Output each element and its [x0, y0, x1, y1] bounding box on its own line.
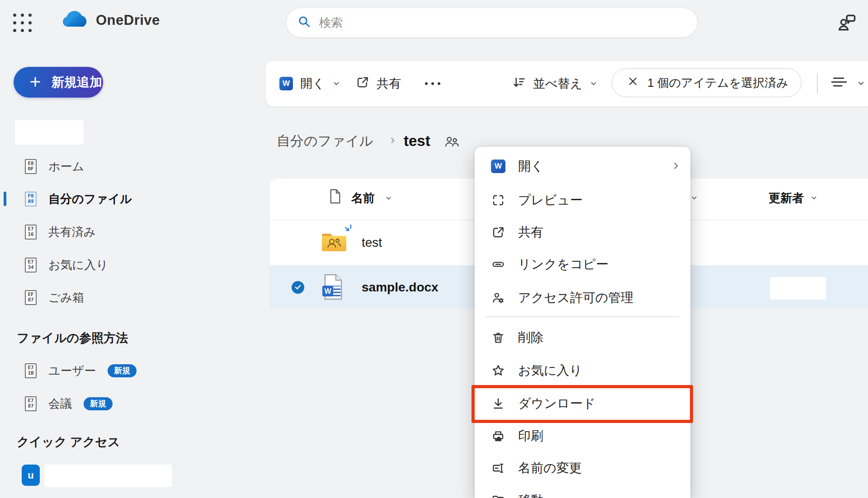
selection-count-label: 1 個のアイテムを選択済み	[647, 75, 788, 91]
menu-item-manage-access[interactable]: アクセス許可の管理	[475, 282, 690, 314]
star-icon	[491, 363, 505, 378]
menu-item-rename[interactable]: 名前の変更	[475, 452, 690, 484]
redacted-site-name	[44, 465, 172, 487]
shared-icon: E716	[25, 225, 37, 240]
move-folder-icon	[491, 493, 505, 498]
redacted-account-name	[15, 120, 84, 145]
menu-item-preview[interactable]: プレビュー	[475, 184, 690, 216]
plus-icon	[29, 75, 42, 89]
breadcrumb-chevron-icon	[389, 137, 396, 146]
menu-divider	[486, 316, 679, 317]
word-icon: W	[491, 160, 505, 173]
chevron-down-icon	[385, 191, 392, 205]
shared-folder-icon	[321, 232, 347, 254]
check-icon	[294, 283, 302, 292]
menu-item-print[interactable]: 印刷	[475, 420, 690, 452]
new-badge: 新規	[84, 397, 113, 410]
manage-access-icon	[491, 291, 505, 305]
sidebar-item-shared[interactable]: E716 共有済み	[25, 223, 96, 241]
onedrive-cloud-icon	[61, 10, 90, 31]
search-icon	[297, 15, 311, 30]
ellipsis-icon	[425, 82, 440, 85]
share-icon	[491, 225, 505, 240]
document-outline-icon	[329, 189, 341, 207]
sort-icon	[512, 75, 526, 92]
trash-icon	[491, 330, 505, 345]
link-icon	[491, 257, 505, 272]
add-new-button[interactable]: 新規追加	[14, 67, 103, 98]
recycle-bin-icon: EF87	[25, 290, 37, 305]
clear-selection-pill[interactable]: 1 個のアイテムを選択済み	[612, 68, 802, 97]
app-title: OneDrive	[96, 12, 160, 28]
more-commands-button[interactable]	[425, 61, 440, 106]
word-icon: W	[279, 77, 293, 90]
breadcrumb-my-files[interactable]: 自分のファイル	[277, 132, 373, 150]
sidebar-item-meetings[interactable]: E787 会議 新規	[25, 395, 113, 413]
search-bar	[286, 8, 698, 38]
context-menu: W 開く プレビュー 共有	[475, 147, 690, 498]
command-bar: W 開く 共有 並べ替	[266, 61, 868, 106]
chevron-down-icon	[590, 77, 598, 91]
feedback-button[interactable]	[835, 12, 859, 34]
sidebar-item-recycle-bin[interactable]: EF87 ごみ箱	[25, 288, 84, 306]
menu-item-favorite[interactable]: お気に入り	[475, 354, 690, 387]
quick-access-title: クイック アクセス	[17, 434, 120, 450]
menu-item-open[interactable]: W 開く	[475, 150, 690, 183]
app-launcher-button[interactable]	[12, 12, 33, 33]
favorites-icon: E734	[25, 258, 37, 272]
onedrive-app: OneDrive 新規追加 E	[0, 0, 868, 498]
menu-item-delete[interactable]: 削除	[475, 321, 690, 354]
redacted-modified-by	[770, 277, 826, 300]
home-icon: E80F	[25, 159, 37, 174]
column-name[interactable]: 名前	[329, 189, 392, 207]
word-document-icon: W	[322, 274, 344, 300]
menu-item-copy-link[interactable]: リンクをコピー	[475, 248, 690, 281]
rename-icon	[491, 461, 505, 475]
people-nav-icon: E71B	[25, 363, 37, 378]
add-new-label: 新規追加	[52, 74, 102, 91]
search-input[interactable]	[319, 8, 686, 37]
chevron-down-icon	[810, 191, 818, 205]
sidebar-item-favorites[interactable]: E734 お気に入り	[25, 256, 108, 274]
toolbar-divider	[817, 73, 818, 94]
close-icon	[627, 76, 638, 90]
column-modified-by[interactable]: 更新者	[769, 190, 818, 206]
new-item-sparkle-icon	[344, 224, 355, 236]
sidebar-item-people[interactable]: E71B ユーザー 新規	[25, 362, 137, 380]
onedrive-logo[interactable]: OneDrive	[61, 10, 160, 31]
breadcrumb-current-folder[interactable]: test	[404, 132, 430, 150]
new-badge: 新規	[108, 364, 137, 377]
print-icon	[491, 429, 505, 443]
file-name[interactable]: test	[362, 235, 382, 250]
sort-button[interactable]: 並べ替え	[512, 61, 598, 106]
chevron-down-icon	[332, 77, 340, 91]
menu-item-share[interactable]: 共有	[475, 216, 690, 249]
view-options-button[interactable]	[829, 61, 865, 106]
file-name[interactable]: sample.docx	[362, 280, 439, 295]
sidebar-item-home[interactable]: E80F ホーム	[25, 157, 84, 175]
svg-text:W: W	[324, 287, 331, 295]
chevron-down-icon	[857, 77, 865, 91]
list-view-icon	[829, 75, 849, 93]
browse-section-title: ファイルの参照方法	[17, 330, 128, 346]
preview-icon	[491, 193, 505, 207]
selected-checkbox[interactable]	[292, 281, 304, 294]
chevron-right-icon	[671, 159, 680, 174]
download-icon	[491, 396, 505, 411]
menu-item-move[interactable]: 移動	[475, 484, 690, 498]
quick-access-site[interactable]: u	[22, 465, 172, 487]
person-feedback-icon	[836, 27, 857, 33]
my-files-icon: F0A9	[25, 192, 37, 207]
open-button[interactable]: W 開く	[279, 61, 340, 106]
selected-nav-indicator	[4, 192, 6, 206]
share-button[interactable]: 共有	[356, 61, 401, 106]
share-icon	[356, 75, 369, 92]
meetings-icon: E787	[25, 396, 37, 411]
site-tile-icon: u	[22, 465, 40, 486]
shared-people-icon[interactable]	[444, 136, 459, 150]
menu-item-download[interactable]: ダウンロード	[475, 387, 690, 420]
hidden-column-chevron-icon	[690, 194, 698, 202]
sidebar-item-my-files[interactable]: F0A9 自分のファイル	[25, 190, 132, 208]
